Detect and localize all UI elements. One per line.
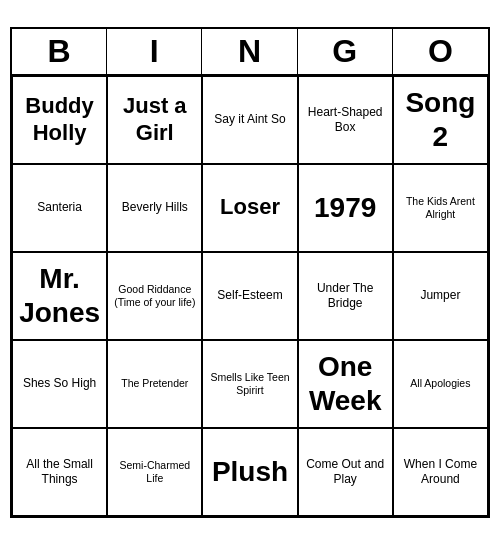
- cell-text-18: One Week: [303, 350, 388, 417]
- cell-text-15: Shes So High: [23, 376, 96, 390]
- bingo-cell-15: Shes So High: [12, 340, 107, 428]
- bingo-cell-22: Plush: [202, 428, 297, 516]
- bingo-cell-14: Jumper: [393, 252, 488, 340]
- bingo-header: BINGO: [12, 29, 488, 76]
- bingo-cell-19: All Apologies: [393, 340, 488, 428]
- bingo-cell-8: 1979: [298, 164, 393, 252]
- bingo-card: BINGO Buddy HollyJust a GirlSay it Aint …: [10, 27, 490, 518]
- cell-text-22: Plush: [212, 455, 288, 489]
- bingo-cell-16: The Pretender: [107, 340, 202, 428]
- cell-text-6: Beverly Hills: [122, 200, 188, 214]
- cell-text-16: The Pretender: [121, 377, 188, 390]
- bingo-cell-6: Beverly Hills: [107, 164, 202, 252]
- cell-text-12: Self-Esteem: [217, 288, 282, 302]
- bingo-cell-10: Mr. Jones: [12, 252, 107, 340]
- cell-text-4: Song 2: [398, 86, 483, 153]
- bingo-cell-4: Song 2: [393, 76, 488, 164]
- bingo-cell-18: One Week: [298, 340, 393, 428]
- cell-text-13: Under The Bridge: [303, 281, 388, 310]
- cell-text-20: All the Small Things: [17, 457, 102, 486]
- cell-text-21: Semi-Charmed Life: [112, 459, 197, 484]
- header-letter-g: G: [298, 29, 393, 74]
- bingo-cell-13: Under The Bridge: [298, 252, 393, 340]
- cell-text-9: The Kids Arent Alright: [398, 195, 483, 220]
- bingo-cell-7: Loser: [202, 164, 297, 252]
- bingo-cell-20: All the Small Things: [12, 428, 107, 516]
- bingo-cell-9: The Kids Arent Alright: [393, 164, 488, 252]
- cell-text-19: All Apologies: [410, 377, 470, 390]
- cell-text-17: Smells Like Teen Spirirt: [207, 371, 292, 396]
- bingo-grid: Buddy HollyJust a GirlSay it Aint SoHear…: [12, 76, 488, 516]
- header-letter-b: B: [12, 29, 107, 74]
- cell-text-14: Jumper: [420, 288, 460, 302]
- cell-text-5: Santeria: [37, 200, 82, 214]
- cell-text-10: Mr. Jones: [17, 262, 102, 329]
- bingo-cell-21: Semi-Charmed Life: [107, 428, 202, 516]
- cell-text-23: Come Out and Play: [303, 457, 388, 486]
- bingo-cell-23: Come Out and Play: [298, 428, 393, 516]
- cell-text-0: Buddy Holly: [17, 93, 102, 146]
- cell-text-8: 1979: [314, 191, 376, 225]
- cell-text-24: When I Come Around: [398, 457, 483, 486]
- bingo-cell-1: Just a Girl: [107, 76, 202, 164]
- bingo-cell-12: Self-Esteem: [202, 252, 297, 340]
- bingo-cell-24: When I Come Around: [393, 428, 488, 516]
- cell-text-11: Good Riddance (Time of your life): [112, 283, 197, 308]
- cell-text-2: Say it Aint So: [214, 112, 285, 126]
- bingo-cell-3: Heart-Shaped Box: [298, 76, 393, 164]
- header-letter-o: O: [393, 29, 488, 74]
- cell-text-1: Just a Girl: [112, 93, 197, 146]
- bingo-cell-11: Good Riddance (Time of your life): [107, 252, 202, 340]
- bingo-cell-5: Santeria: [12, 164, 107, 252]
- header-letter-i: I: [107, 29, 202, 74]
- bingo-cell-17: Smells Like Teen Spirirt: [202, 340, 297, 428]
- bingo-cell-2: Say it Aint So: [202, 76, 297, 164]
- cell-text-7: Loser: [220, 194, 280, 220]
- header-letter-n: N: [202, 29, 297, 74]
- bingo-cell-0: Buddy Holly: [12, 76, 107, 164]
- cell-text-3: Heart-Shaped Box: [303, 105, 388, 134]
